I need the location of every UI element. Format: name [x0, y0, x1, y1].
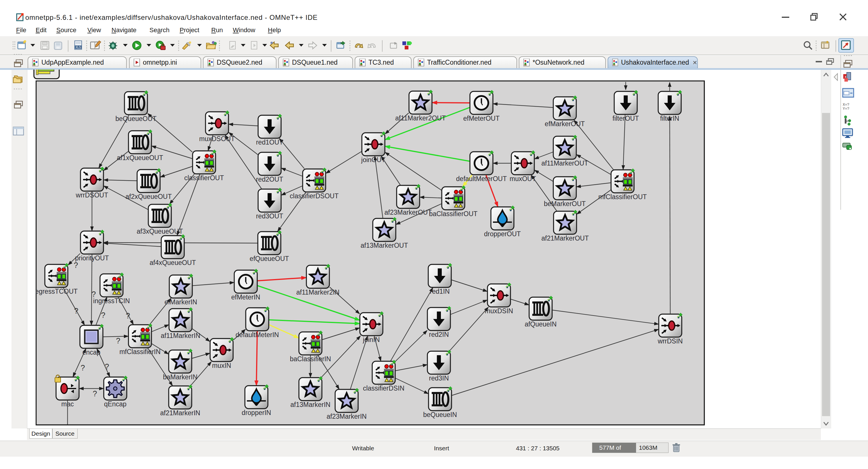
- svg-text:?: ?: [74, 307, 78, 315]
- svg-text:af23MarkerOUT: af23MarkerOUT: [384, 209, 432, 216]
- svg-text:filterOUT: filterOUT: [613, 115, 639, 122]
- svg-text:muxDSIN: muxDSIN: [485, 307, 513, 315]
- svg-text:joinIN: joinIN: [363, 336, 380, 343]
- svg-text:?: ?: [91, 290, 96, 299]
- svg-text:efMeterOUT: efMeterOUT: [463, 115, 500, 122]
- svg-text:mfClassifierOUT: mfClassifierOUT: [598, 193, 647, 200]
- svg-text:muxOUT: muxOUT: [509, 175, 536, 183]
- svg-text:red1IN: red1IN: [430, 288, 450, 295]
- svg-text:mac: mac: [61, 400, 73, 408]
- svg-text:af21MarkerOUT: af21MarkerOUT: [541, 234, 589, 242]
- svg-text:af13MarkerIN: af13MarkerIN: [290, 401, 330, 408]
- svg-text:af1xQueueOUT: af1xQueueOUT: [117, 154, 163, 161]
- svg-text:?: ?: [93, 389, 97, 398]
- svg-text:?: ?: [126, 312, 130, 320]
- svg-text:?: ?: [104, 363, 109, 371]
- svg-text:Y=?: Y=?: [843, 106, 849, 111]
- svg-text:?: ?: [101, 311, 105, 319]
- svg-text:baMarkerIN: baMarkerIN: [163, 373, 197, 381]
- svg-text:red3IN: red3IN: [429, 374, 449, 382]
- svg-text:red1OUT: red1OUT: [256, 138, 283, 146]
- svg-text:wrrDSOUT: wrrDSOUT: [75, 191, 108, 199]
- svg-text:classifierDSOUT: classifierDSOUT: [290, 192, 339, 200]
- svg-text:efMeterIN: efMeterIN: [231, 293, 260, 301]
- svg-text:classifierOUT: classifierOUT: [184, 174, 224, 182]
- svg-text:af23MarkerIN: af23MarkerIN: [327, 413, 367, 420]
- svg-text:XLS: XLS: [75, 46, 81, 49]
- svg-text:af3xQueueOUT: af3xQueueOUT: [136, 228, 183, 235]
- svg-text:efMarkerIN: efMarkerIN: [164, 298, 197, 306]
- svg-text:af11Marker2OUT: af11Marker2OUT: [395, 114, 446, 122]
- svg-text:af4xQueueOUT: af4xQueueOUT: [150, 259, 196, 267]
- svg-text:af13MarkerOUT: af13MarkerOUT: [361, 242, 408, 249]
- svg-text:egressTCOUT: egressTCOUT: [36, 288, 78, 295]
- svg-text:?: ?: [116, 337, 120, 345]
- svg-text:defaultMeterOUT: defaultMeterOUT: [456, 175, 507, 183]
- svg-text:dropperIN: dropperIN: [242, 409, 271, 416]
- svg-text:encap: encap: [83, 349, 101, 356]
- svg-text:af11Marker2IN: af11Marker2IN: [296, 288, 339, 296]
- svg-text:?: ?: [81, 364, 85, 372]
- svg-text:af11MarkerIN: af11MarkerIN: [161, 332, 200, 339]
- svg-text:wrrDSIN: wrrDSIN: [658, 337, 683, 345]
- svg-text:dropperOUT: dropperOUT: [484, 230, 521, 238]
- svg-text:mfClassifierIN: mfClassifierIN: [119, 348, 160, 355]
- svg-text:X=?: X=?: [843, 102, 849, 107]
- svg-text:red2IN: red2IN: [429, 331, 449, 338]
- svg-text:defaultMeterIN: defaultMeterIN: [236, 331, 279, 339]
- svg-text:joinOUT: joinOUT: [361, 156, 385, 163]
- svg-text:af21MarkerIN: af21MarkerIN: [160, 409, 200, 417]
- svg-text:efMarkerOUT: efMarkerOUT: [545, 120, 585, 128]
- svg-text:beQueueOUT: beQueueOUT: [115, 115, 156, 122]
- svg-text:beMarkerOUT: beMarkerOUT: [544, 200, 586, 208]
- svg-text:efQueueOUT: efQueueOUT: [250, 255, 289, 262]
- svg-text:red2OUT: red2OUT: [256, 176, 283, 183]
- svg-text:filterIN: filterIN: [660, 115, 679, 122]
- svg-text:classifierDSIN: classifierDSIN: [363, 384, 404, 392]
- svg-text:beQueueIN: beQueueIN: [423, 411, 457, 418]
- svg-text:af2xQueueOUT: af2xQueueOUT: [125, 193, 172, 200]
- svg-text:muxIN: muxIN: [212, 362, 231, 369]
- svg-text:priorityOUT: priorityOUT: [75, 254, 109, 262]
- svg-text:qEncap: qEncap: [104, 400, 126, 408]
- svg-text:red3OUT: red3OUT: [256, 212, 283, 220]
- svg-text:baClassifierOUT: baClassifierOUT: [429, 210, 478, 218]
- svg-text:baClassifierIN: baClassifierIN: [290, 355, 331, 363]
- svg-text:af11MarkerOUT: af11MarkerOUT: [541, 159, 588, 167]
- svg-text:?: ?: [73, 261, 78, 270]
- svg-text:muxDSOUT: muxDSOUT: [199, 135, 235, 143]
- svg-text:ingressTCIN: ingressTCIN: [93, 297, 130, 305]
- svg-text:afQueueIN: afQueueIN: [525, 320, 556, 328]
- svg-text:x: x: [845, 74, 847, 79]
